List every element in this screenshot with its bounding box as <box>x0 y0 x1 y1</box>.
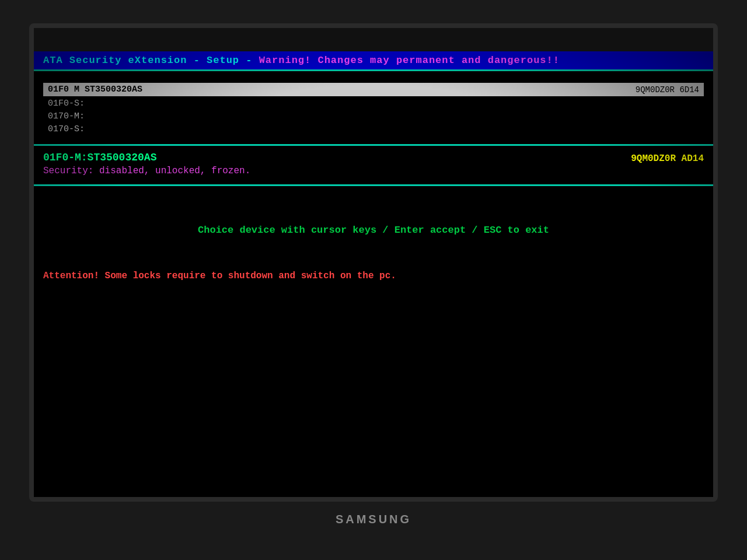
attention-section: Attention! Some locks require to shutdow… <box>34 247 713 293</box>
teal-separator-3 <box>34 184 713 186</box>
attention-text: Attention! Some locks require to shutdow… <box>43 271 396 281</box>
hint-text: Choice device with cursor keys / Enter a… <box>198 225 549 236</box>
monitor-frame: ATA Security eXtension - Setup - Warning… <box>29 23 718 502</box>
device-row-1[interactable]: 0170-M: <box>43 110 704 123</box>
security-status-text: Security: disabled, unlocked, frozen. <box>43 166 704 176</box>
monitor-brand: SAMSUNG <box>336 513 411 526</box>
hint-section: Choice device with cursor keys / Enter a… <box>34 190 713 247</box>
device-list-section: 01F0 M ST3500320AS 9QM0DZ0R 6D14 01F0-S:… <box>34 71 713 141</box>
selected-device-id-label: 01F0-M:ST3500320AS <box>43 152 156 163</box>
selected-device-id: 01F0 M ST3500320AS <box>48 85 142 94</box>
teal-separator-2 <box>34 144 713 146</box>
title-ata-text: ATA Security eXtension - Setup - <box>43 55 259 66</box>
device-row-selected[interactable]: 01F0 M ST3500320AS 9QM0DZ0R 6D14 <box>43 83 704 96</box>
device-row-0[interactable]: 01F0-S: <box>43 97 704 110</box>
selected-device-line: 01F0-M:ST3500320AS 9QM0DZ0R AD14 <box>43 152 704 166</box>
monitor-bottom: SAMSUNG <box>336 502 411 537</box>
selected-device-section: 01F0-M:ST3500320AS 9QM0DZ0R AD14 Securit… <box>34 149 713 181</box>
title-warning-text: Warning! Changes may permanent and dange… <box>259 55 560 66</box>
monitor-bezel-top <box>34 28 713 51</box>
device-row-2[interactable]: 0170-S: <box>43 123 704 135</box>
screen-content: ATA Security eXtension - Setup - Warning… <box>34 51 713 497</box>
selected-device-firmware: 9QM0DZ0R 6D14 <box>636 85 699 94</box>
title-bar: ATA Security eXtension - Setup - Warning… <box>34 51 713 69</box>
selected-firmware-label: 9QM0DZ0R AD14 <box>631 153 704 164</box>
